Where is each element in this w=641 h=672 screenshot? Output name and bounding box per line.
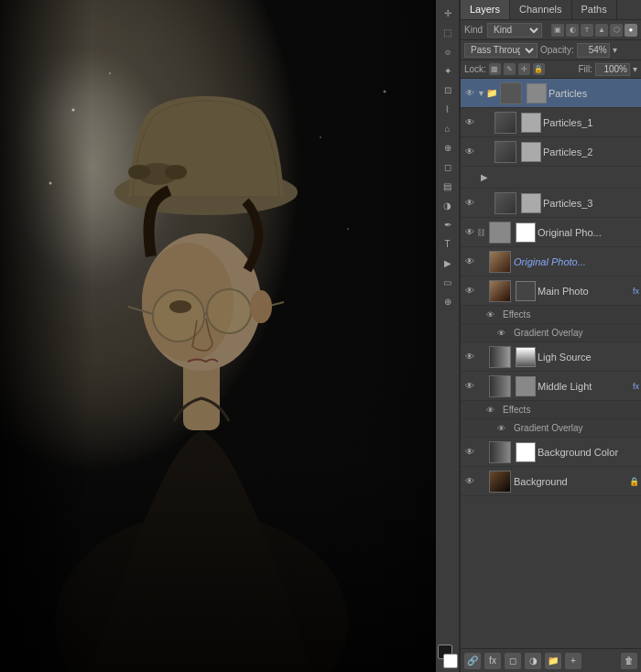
lock-label: Lock: [464,64,486,74]
layer-thumb-particles-1 [494,112,516,134]
layer-name-orig-smart: Original Pho... [538,227,639,238]
tool-crop[interactable]: ⊡ [439,81,457,99]
delete-layer-button[interactable]: 🗑 [621,653,637,669]
gradient-eye-main[interactable]: 👁 [497,329,510,338]
svg-point-23 [72,109,75,112]
layer-background[interactable]: 👁 Background 🔒 [461,467,641,496]
tool-lasso[interactable]: ⌾ [439,42,457,60]
fx-middle-icon: fx [633,382,639,391]
tool-pen[interactable]: ✒ [439,215,457,233]
layer-mask-ligh [516,347,536,367]
blend-mode-select[interactable]: Pass Through Normal Multiply Screen Over… [464,43,538,58]
add-style-button[interactable]: fx [484,653,501,669]
layer-name-orig: Original Photo... [514,256,639,267]
filter-row: Kind Kind ▣ ◐ T ▲ ⬡ ● [461,20,641,40]
gradient-eye-middle[interactable]: 👁 [497,424,510,433]
layer-eye-particles-1[interactable]: 👁 [462,115,477,130]
layer-particles-2[interactable]: 👁 Particles_2 [461,137,641,167]
lock-pixels-icon[interactable]: ✎ [504,63,516,75]
tab-layers[interactable]: Layers [461,0,510,19]
layer-bg-color[interactable]: 👁 Background Color [461,438,641,467]
layer-eye-middle[interactable]: 👁 [462,379,477,394]
tab-channels[interactable]: Channels [510,0,571,19]
layer-eye-orig[interactable]: 👁 [462,255,477,269]
layers-panel: Layers Channels Paths Kind Kind ▣ ◐ T ▲ … [460,0,641,672]
fill-label: Fill: [578,64,592,74]
layer-particles-1[interactable]: 👁 Particles_1 [461,108,641,137]
layer-main-photo[interactable]: 👁 Main Photo fx [461,276,641,306]
tool-marquee[interactable]: ⬚ [439,23,457,41]
new-adjustment-button[interactable]: ◑ [525,653,541,669]
new-group-button[interactable]: 📁 [545,653,561,669]
blend-mode-row: Pass Through Normal Multiply Screen Over… [461,40,641,60]
tool-zoom[interactable]: ⊕ [439,292,457,310]
layer-eye-bg-color[interactable]: 👁 [462,445,477,460]
filter-pixel-icon[interactable]: ▣ [551,24,564,37]
layer-particles-3[interactable]: 👁 Particles_3 [461,189,641,218]
fill-input[interactable] [595,63,630,76]
layer-eye-particles[interactable]: 👁 [462,86,477,101]
filter-smart-icon[interactable]: ⬡ [610,24,623,37]
panel-tabs: Layers Channels Paths [461,0,641,20]
tab-paths[interactable]: Paths [572,0,617,19]
portrait-image [0,0,460,672]
layer-ligh-source[interactable]: 👁 Ligh Source [461,342,641,372]
filter-kind-select[interactable]: Kind [487,23,542,38]
layer-thumb-particles-2 [494,141,516,163]
filter-label: Kind [464,25,483,35]
lock-position-icon[interactable]: ✛ [518,63,530,75]
layer-eye-bg[interactable]: 👁 [462,474,477,489]
layer-mask-orig-smart [516,222,536,243]
effects-label-main: Effects [503,309,530,320]
layer-play-row[interactable]: ▶ [461,167,641,189]
tool-shape[interactable]: ▭ [439,273,457,291]
layer-particles[interactable]: 👁 ▼ 📁 Particles [461,79,641,108]
tool-gradient[interactable]: ▤ [439,177,457,195]
layer-eye-main[interactable]: 👁 [462,284,477,298]
layer-middle-light[interactable]: 👁 Middle Light fx [461,372,641,401]
layer-collapse-particles[interactable]: ▼ [477,89,486,98]
lock-all-icon[interactable]: 🔒 [533,63,545,75]
filter-type-icon[interactable]: T [581,24,593,37]
tool-eyedropper[interactable]: ⌇ [439,100,457,118]
effects-main: 👁 Effects [461,306,641,324]
svg-point-26 [320,136,321,138]
tool-brush[interactable]: ⌂ [439,119,457,137]
tool-move[interactable]: ✛ [439,4,457,22]
filter-adjust-icon[interactable]: ◐ [566,24,579,37]
layer-thumb-bg-color [489,441,511,463]
fill-arrow[interactable]: ▾ [633,64,637,74]
effects-eye-main[interactable]: 👁 [486,310,499,320]
new-layer-button[interactable]: + [565,653,581,669]
lock-transparent-icon[interactable]: ▩ [489,63,501,75]
tool-dodge[interactable]: ◑ [439,196,457,214]
play-icon[interactable]: ▶ [481,172,488,182]
add-mask-button[interactable]: ◻ [505,653,521,669]
effects-eye-middle[interactable]: 👁 [486,406,499,415]
ps-toolbar: ✛ ⬚ ⌾ ✦ ⊡ ⌇ ⌂ ⊕ ◻ ▤ ◑ ✒ T ▶ ▭ ⊕ [436,0,460,672]
layer-original-smart[interactable]: 👁 ⛓ Original Pho... [461,218,641,247]
layer-mask-main [516,281,536,301]
link-layers-button[interactable]: 🔗 [464,653,481,669]
tool-eraser[interactable]: ◻ [439,157,457,176]
layer-original-photo[interactable]: 👁 Original Photo... [461,247,641,276]
layer-eye-ligh[interactable]: 👁 [462,350,477,364]
tool-clone[interactable]: ⊕ [439,138,457,157]
tool-magic-wand[interactable]: ✦ [439,61,457,80]
svg-point-28 [347,228,349,230]
svg-point-27 [384,91,386,93]
opacity-arrow[interactable]: ▾ [613,45,617,55]
opacity-input[interactable] [577,43,610,58]
filter-toggle-icon[interactable]: ● [625,24,637,37]
layer-name-particles: Particles [549,88,639,99]
layer-name-particles-2: Particles_2 [543,146,639,157]
layer-eye-particles-2[interactable]: 👁 [462,145,477,159]
layer-name-middle: Middle Light [538,381,631,392]
tool-path-select[interactable]: ▶ [439,254,457,272]
layer-eye-orig-smart[interactable]: 👁 [462,225,477,240]
tool-background-color[interactable] [443,654,458,668]
filter-shape-icon[interactable]: ▲ [595,24,608,37]
gradient-overlay-middle: 👁 Gradient Overlay [461,419,641,438]
layer-eye-particles-3[interactable]: 👁 [462,196,477,211]
tool-text[interactable]: T [439,234,457,253]
